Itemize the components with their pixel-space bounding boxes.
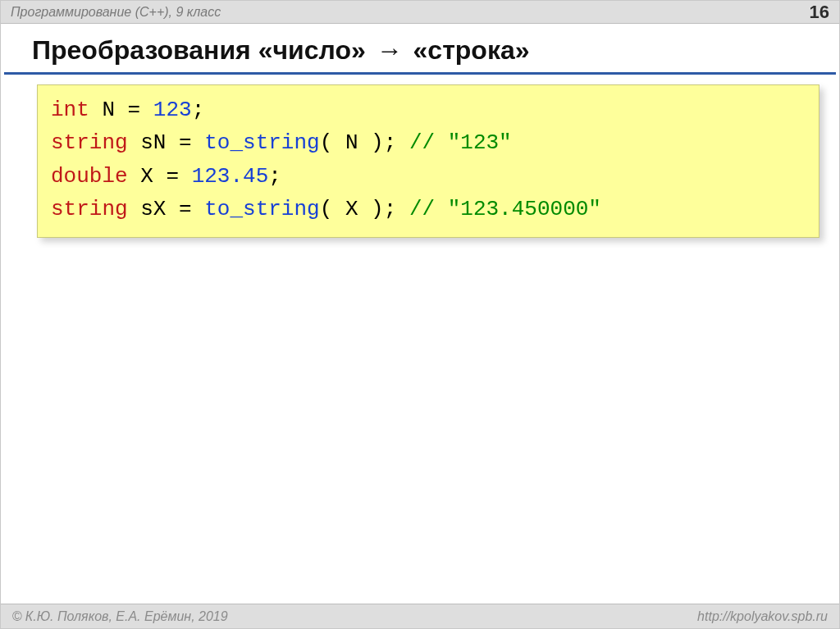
footer-url: http://kpolyakov.spb.ru (697, 609, 828, 624)
code-block: int N = 123; string sN = to_string( N );… (37, 84, 819, 238)
code-function: to_string (204, 197, 319, 221)
code-keyword: string (51, 197, 128, 221)
title-left: Преобразования «число» (32, 35, 366, 65)
code-keyword: string (51, 130, 128, 155)
code-number: 123 (153, 98, 192, 122)
code-text: ( N ); (320, 130, 409, 155)
page-number: 16 (810, 2, 829, 23)
course-label: Программирование (C++), 9 класс (11, 5, 221, 20)
code-text: sN = (128, 130, 205, 155)
arrow-icon: → (373, 35, 406, 65)
code-text: ; (268, 164, 281, 189)
title-right: «строка» (413, 35, 530, 65)
slide: Программирование (C++), 9 класс 16 Преоб… (0, 0, 840, 629)
copyright: ©К.Ю. Поляков, Е.А. Ерёмин, 2019 (12, 609, 228, 624)
authors: К.Ю. Поляков, Е.А. Ерёмин, 2019 (25, 609, 228, 623)
code-text: sX = (128, 197, 205, 221)
footer-bar: ©К.Ю. Поляков, Е.А. Ерёмин, 2019 http://… (1, 604, 839, 628)
copyright-icon: © (12, 609, 22, 623)
header-bar: Программирование (C++), 9 класс 16 (1, 1, 839, 24)
code-text: ; (192, 98, 205, 122)
code-function: to_string (204, 130, 319, 155)
code-text: N = (89, 98, 153, 122)
slide-title: Преобразования «число» → «строка» (4, 24, 836, 75)
code-number: 123.45 (192, 164, 269, 189)
code-comment: // "123" (409, 130, 512, 155)
code-text: ( X ); (320, 197, 409, 221)
code-comment: // "123.450000" (409, 197, 601, 221)
code-keyword: double (51, 164, 128, 189)
code-text: X = (128, 164, 192, 189)
code-keyword: int (51, 98, 89, 122)
